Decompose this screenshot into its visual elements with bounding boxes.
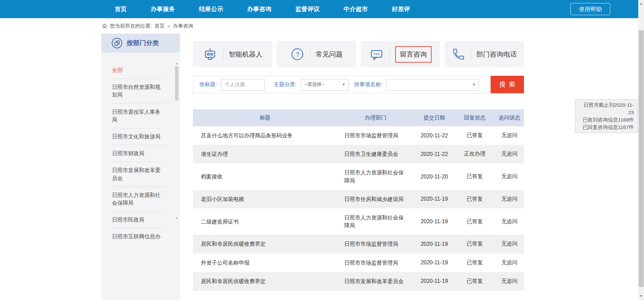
robot-icon bbox=[203, 47, 217, 62]
nav-item-services[interactable]: 办事服务 bbox=[151, 5, 175, 13]
breadcrumb-prefix: 您当前所在的位置: bbox=[110, 23, 152, 29]
row-title[interactable]: 二级建造师证书 bbox=[193, 212, 337, 231]
table-row[interactable]: 居民和非居民供暖收费界定 日照市发展和改革委员会 2020-11-19 已答复 … bbox=[193, 272, 524, 291]
help-button[interactable]: 使用帮助 bbox=[570, 3, 610, 15]
row-follow-status: 无追问 bbox=[495, 218, 524, 225]
row-dept: 日照市市场监督管理局 bbox=[337, 126, 414, 145]
department-item[interactable]: 日照市财政局 bbox=[112, 145, 165, 162]
breadcrumb-separator: > bbox=[167, 23, 170, 29]
tab-label-phone-consult: 部门咨询电话 bbox=[476, 50, 517, 59]
svg-text:?: ? bbox=[295, 51, 299, 58]
row-reply-status: 正在办理 bbox=[455, 151, 495, 158]
top-nav-bar: 首页 办事服务 结果公示 办事咨询 监督评议 中介超市 好差评 使用帮助 bbox=[0, 0, 638, 18]
item-name-select[interactable]: ▼ bbox=[386, 79, 479, 91]
category-select[interactable]: --请选择-- ▼ bbox=[301, 79, 349, 91]
table-row[interactable]: 二级建造师证书 日照市人力资源和社会保障局 2020-11-19 已答复 无追问 bbox=[193, 208, 524, 235]
row-title[interactable]: 档案接收 bbox=[193, 167, 337, 186]
tab-smart-robot[interactable]: 智能机器人 bbox=[193, 41, 272, 67]
nav-item-agency[interactable]: 中介超市 bbox=[344, 5, 368, 13]
row-follow-status: 无追问 bbox=[495, 259, 524, 266]
table-row[interactable]: 档案接收 日照市人力资源和社会保障局 2020-11-20 已答复 无追问 bbox=[193, 163, 524, 190]
main-content: 智能机器人 ? 常见问题 留言咨询 bbox=[193, 41, 524, 291]
row-title[interactable]: 准生证办理 bbox=[193, 145, 337, 163]
tab-divider bbox=[310, 48, 310, 61]
chat-bubble-icon bbox=[369, 47, 384, 62]
scroll-down-icon[interactable]: ▼ bbox=[638, 294, 644, 298]
search-item-label: 按事项名称: bbox=[354, 81, 382, 88]
table-row[interactable]: 外资子公司名称申报 日照市市场监督管理局 2020-11-19 已答复 无追问 bbox=[193, 254, 524, 272]
page-scrollbar[interactable]: ▲ ▼ bbox=[638, 0, 644, 300]
row-date: 2020-11-19 bbox=[414, 219, 455, 225]
department-item[interactable]: 日照市民政局 bbox=[112, 211, 165, 228]
nav-item-rating[interactable]: 好差评 bbox=[392, 5, 410, 13]
row-follow-status: 无追问 bbox=[495, 132, 524, 139]
category-select-value: --请选择-- bbox=[304, 81, 325, 88]
tab-message-consult[interactable]: 留言咨询 bbox=[361, 41, 440, 67]
department-item[interactable]: 日照市互联网信息办 bbox=[112, 228, 165, 245]
department-item[interactable]: 日照市人力资源和社会保障局 bbox=[112, 187, 165, 211]
tab-divider bbox=[223, 48, 223, 61]
nav-item-consult[interactable]: 办事咨询 bbox=[247, 5, 271, 13]
column-header-title: 标题 bbox=[193, 114, 337, 122]
sidebar-scrollbar[interactable]: ▲ ▼ bbox=[175, 62, 179, 220]
nav-item-results[interactable]: 结果公示 bbox=[199, 5, 223, 13]
tab-divider bbox=[389, 48, 390, 61]
tab-phone-consult[interactable]: 部门咨询电话 bbox=[444, 41, 524, 67]
table-row[interactable]: 莒县什么地方可以办理商品条形码业务 日照市市场监督管理局 2020-11-22 … bbox=[193, 126, 524, 145]
search-title-input[interactable] bbox=[221, 79, 265, 91]
row-title[interactable]: 莒县什么地方可以办理商品条形码业务 bbox=[193, 126, 337, 145]
row-date: 2020-11-22 bbox=[414, 151, 455, 157]
scroll-up-icon[interactable]: ▲ bbox=[638, 2, 644, 6]
home-icon bbox=[102, 23, 107, 29]
row-title[interactable]: 居民和非居民供暖收费界定 bbox=[193, 235, 337, 253]
row-reply-status: 已答复 bbox=[455, 259, 495, 266]
tab-label-faq: 常见问题 bbox=[316, 50, 343, 59]
row-dept: 日照市人力资源和社会保障局 bbox=[337, 163, 414, 190]
nav-menu: 首页 办事服务 结果公示 办事咨询 监督评议 中介超市 好差评 bbox=[115, 0, 410, 18]
department-item[interactable]: 日照市发展和改革委员会 bbox=[112, 162, 165, 187]
chevron-down-icon: ▼ bbox=[472, 83, 475, 86]
consultation-table: 标题 办理部门 提交日期 回复状态 追问状态 莒县什么地方可以办理商品条形码业务… bbox=[193, 109, 524, 291]
row-title[interactable]: 居民和非居民供暖收费界定 bbox=[193, 272, 337, 291]
row-follow-status: 无追问 bbox=[495, 151, 524, 158]
row-reply-status: 已答复 bbox=[455, 278, 495, 285]
category-icon bbox=[111, 37, 123, 49]
row-dept: 日照市市场监督管理局 bbox=[337, 235, 414, 253]
stats-line-deadline: 日照市截止到2020-11-23 bbox=[579, 101, 634, 116]
row-title[interactable]: 老旧小区加装电梯 bbox=[193, 190, 337, 208]
sidebar-title: 按部门分类 bbox=[127, 39, 159, 47]
department-item[interactable]: 日照市自然资源和规划局 bbox=[112, 79, 165, 103]
tab-faq[interactable]: ? 常见问题 bbox=[277, 41, 356, 67]
sidebar-header: 按部门分类 bbox=[101, 34, 180, 53]
sidebar-scrollbar-thumb[interactable] bbox=[175, 66, 178, 101]
stats-line-replied: 已回复咨询信息1167件 bbox=[579, 124, 634, 131]
department-item[interactable]: 日照市文化和旅游局 bbox=[112, 128, 165, 145]
page-scrollbar-thumb[interactable] bbox=[639, 30, 644, 287]
table-row[interactable]: 老旧小区加装电梯 日照市住房和城乡建设局 2020-11-19 已答复 无追问 bbox=[193, 190, 524, 208]
breadcrumb-home-link[interactable]: 首页 bbox=[154, 23, 165, 29]
table-row[interactable]: 居民和非居民供暖收费界定 日照市市场监督管理局 2020-11-19 已答复 无… bbox=[193, 235, 524, 253]
row-date: 2020-11-20 bbox=[414, 174, 455, 180]
nav-item-home[interactable]: 首页 bbox=[115, 5, 127, 13]
nav-item-supervision[interactable]: 监督评议 bbox=[295, 5, 320, 13]
question-circle-icon: ? bbox=[290, 47, 304, 61]
row-follow-status: 无追问 bbox=[495, 196, 524, 203]
row-reply-status: 已答复 bbox=[455, 196, 495, 203]
department-item-all[interactable]: 全部 bbox=[112, 62, 165, 79]
column-header-dept: 办理部门 bbox=[337, 114, 414, 122]
row-title[interactable]: 外资子公司名称申报 bbox=[193, 254, 337, 272]
tab-divider bbox=[471, 48, 471, 61]
row-reply-status: 已答复 bbox=[455, 240, 495, 247]
row-reply-status: 已答复 bbox=[455, 173, 495, 180]
scroll-down-icon[interactable]: ▼ bbox=[175, 217, 179, 220]
row-date: 2020-11-19 bbox=[414, 260, 455, 266]
table-row[interactable]: 准生证办理 日照市卫生健康委员会 2020-11-22 正在办理 无追问 bbox=[193, 145, 524, 163]
row-date: 2020-11-19 bbox=[414, 278, 455, 284]
row-follow-status: 无追问 bbox=[495, 278, 524, 285]
row-date: 2020-11-22 bbox=[414, 133, 455, 139]
department-item[interactable]: 日照市退役军人事务局 bbox=[112, 104, 165, 128]
search-button[interactable]: 搜索 bbox=[491, 76, 524, 93]
scroll-up-icon[interactable]: ▲ bbox=[175, 62, 179, 65]
row-dept: 日照市住房和城乡建设局 bbox=[337, 190, 414, 208]
row-date: 2020-11-19 bbox=[414, 196, 455, 202]
